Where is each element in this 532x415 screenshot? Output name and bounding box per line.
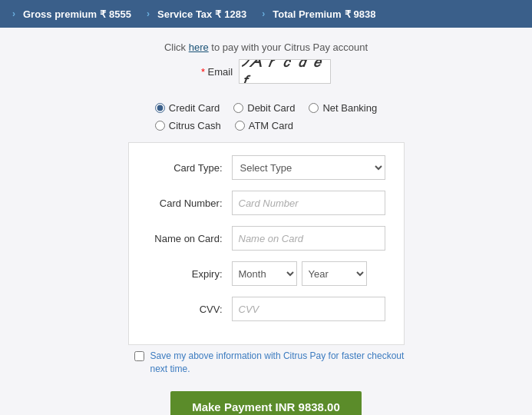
atm-card-option[interactable]: ATM Card <box>235 120 293 131</box>
card-type-row: Card Type: Select Type Visa MasterCard A… <box>147 155 385 180</box>
net-banking-radio[interactable] <box>309 103 319 113</box>
atm-card-radio[interactable] <box>235 121 245 131</box>
email-row: * Email ﾝᗅｒｃｄｅｆ <box>201 59 331 84</box>
save-row: Save my above information with Citrus Pa… <box>128 350 405 376</box>
card-number-label: Card Number: <box>147 198 232 209</box>
total-premium-item: › Total Premium ₹ 9838 <box>262 8 391 20</box>
expiry-label: Expiry: <box>147 268 232 280</box>
credit-card-option[interactable]: Credit Card <box>155 102 220 114</box>
payment-options: Credit Card Debit Card Net Banking Citru… <box>155 102 377 131</box>
main-content: Click here to pay with your Citrus Pay a… <box>0 28 532 415</box>
card-number-input[interactable] <box>232 191 385 215</box>
here-link[interactable]: here <box>189 42 209 53</box>
total-premium-label: Total Premium <box>273 8 341 20</box>
payment-radio-row-1: Credit Card Debit Card Net Banking <box>155 102 377 114</box>
cvv-label: CVV: <box>147 304 232 315</box>
name-on-card-row: Name on Card: <box>147 226 385 251</box>
chevron-icon-3: › <box>262 8 265 19</box>
name-on-card-input[interactable] <box>232 226 385 251</box>
year-select[interactable]: Year 2024 2025 2026 2027 2028 2029 2030 <box>302 261 367 286</box>
debit-card-option[interactable]: Debit Card <box>233 102 295 114</box>
card-type-label: Card Type: <box>147 162 232 174</box>
required-mark: * <box>201 66 205 78</box>
debit-card-radio[interactable] <box>233 103 243 113</box>
click-text: Click <box>164 42 189 53</box>
citrus-link-text: Click here to pay with your Citrus Pay a… <box>164 42 368 53</box>
net-banking-label: Net Banking <box>322 102 377 114</box>
name-on-card-label: Name on Card: <box>147 233 232 244</box>
citrus-cash-option[interactable]: Citrus Cash <box>155 120 221 131</box>
net-banking-option[interactable]: Net Banking <box>309 102 377 114</box>
gross-premium-value: 8555 <box>109 8 131 20</box>
cvv-row: CVV: <box>147 297 385 321</box>
card-number-row: Card Number: <box>147 191 385 215</box>
gross-premium-currency: ₹ <box>100 8 106 20</box>
email-label-text: Email <box>208 66 233 78</box>
card-type-select[interactable]: Select Type Visa MasterCard Amex <box>232 155 385 180</box>
service-tax-currency: ₹ <box>215 8 221 20</box>
card-form: Card Type: Select Type Visa MasterCard A… <box>128 142 405 345</box>
citrus-cash-radio[interactable] <box>155 121 165 131</box>
after-link-text: to pay with your Citrus Pay account <box>209 42 368 53</box>
make-payment-button[interactable]: Make Payment INR 9838.00 <box>170 391 362 415</box>
service-tax-label: Service Tax <box>157 8 212 20</box>
gross-premium-item: › Gross premium ₹ 8555 <box>12 8 147 20</box>
email-label: * Email <box>201 66 233 78</box>
service-tax-item: › Service Tax ₹ 1283 <box>147 8 262 20</box>
chevron-icon-2: › <box>147 8 150 19</box>
expiry-selects: Month 01 02 03 04 05 06 07 08 09 10 11 1… <box>232 261 367 286</box>
save-checkbox[interactable] <box>134 351 144 361</box>
top-bar: › Gross premium ₹ 8555 › Service Tax ₹ 1… <box>0 0 532 28</box>
credit-card-radio[interactable] <box>155 103 165 113</box>
citrus-cash-label: Citrus Cash <box>169 120 221 131</box>
captcha-box: ﾝᗅｒｃｄｅｆ <box>239 59 331 84</box>
citrus-section: Click here to pay with your Citrus Pay a… <box>164 42 368 84</box>
month-select[interactable]: Month 01 02 03 04 05 06 07 08 09 10 11 1… <box>232 261 297 286</box>
credit-card-label: Credit Card <box>169 102 220 114</box>
service-tax-value: 1283 <box>224 8 246 20</box>
atm-card-label: ATM Card <box>249 120 293 131</box>
save-text: Save my above information with Citrus Pa… <box>150 350 405 376</box>
total-premium-value: 9838 <box>354 8 376 20</box>
gross-premium-label: Gross premium <box>23 8 97 20</box>
captcha-image: ﾝᗅｒｃｄｅｆ <box>239 59 331 84</box>
payment-radio-row-2: Citrus Cash ATM Card <box>155 120 293 131</box>
total-premium-currency: ₹ <box>345 8 351 20</box>
chevron-icon: › <box>12 8 15 19</box>
cvv-input[interactable] <box>232 297 385 321</box>
expiry-row: Expiry: Month 01 02 03 04 05 06 07 08 09… <box>147 261 385 286</box>
debit-card-label: Debit Card <box>247 102 295 114</box>
